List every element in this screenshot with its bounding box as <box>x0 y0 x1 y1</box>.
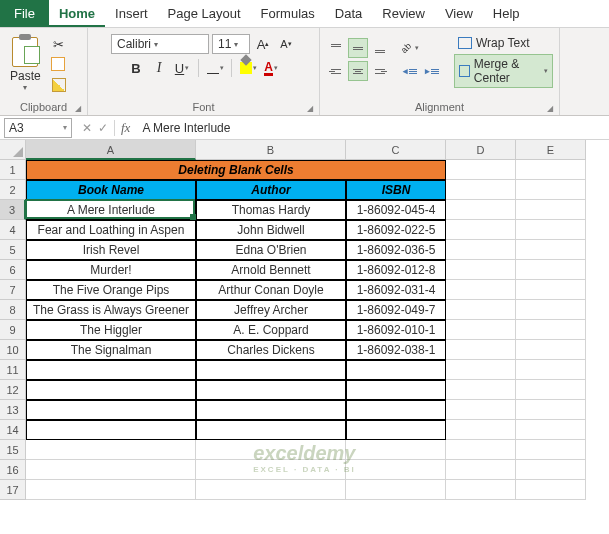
copy-button[interactable] <box>49 56 69 74</box>
row-header[interactable]: 8 <box>0 300 26 320</box>
cell[interactable] <box>196 440 346 460</box>
cell[interactable] <box>446 440 516 460</box>
cell[interactable] <box>446 340 516 360</box>
row-header[interactable]: 5 <box>0 240 26 260</box>
align-left-button[interactable] <box>326 61 346 81</box>
tab-insert[interactable]: Insert <box>105 0 158 27</box>
cell[interactable] <box>446 300 516 320</box>
cell[interactable] <box>346 440 446 460</box>
cell[interactable]: 1-86092-012-8 <box>346 260 446 280</box>
file-tab[interactable]: File <box>0 0 49 27</box>
cell[interactable] <box>516 340 586 360</box>
cell[interactable] <box>516 460 586 480</box>
align-bottom-button[interactable] <box>370 38 390 58</box>
cell[interactable] <box>196 400 346 420</box>
cell[interactable] <box>516 280 586 300</box>
row-header[interactable]: 14 <box>0 420 26 440</box>
cell[interactable] <box>446 180 516 200</box>
cell[interactable] <box>196 380 346 400</box>
cell[interactable] <box>516 180 586 200</box>
cell[interactable] <box>446 480 516 500</box>
cell[interactable] <box>346 360 446 380</box>
font-launcher[interactable]: ◢ <box>307 104 313 113</box>
border-button[interactable]: ▾ <box>205 58 225 78</box>
cell[interactable]: 1-86092-045-4 <box>346 200 446 220</box>
wrap-text-button[interactable]: Wrap Text <box>454 34 553 52</box>
orientation-button[interactable]: ▾ <box>400 38 420 58</box>
italic-button[interactable]: I <box>149 58 169 78</box>
cell[interactable] <box>446 260 516 280</box>
cell[interactable] <box>196 460 346 480</box>
fill-color-button[interactable]: ▾ <box>238 58 258 78</box>
cell[interactable]: A Mere Interlude <box>26 200 196 220</box>
tab-data[interactable]: Data <box>325 0 372 27</box>
cell[interactable] <box>26 460 196 480</box>
cell[interactable] <box>446 220 516 240</box>
header-cell[interactable]: Author <box>196 180 346 200</box>
cell[interactable] <box>446 400 516 420</box>
cell[interactable] <box>26 440 196 460</box>
merge-center-button[interactable]: Merge & Center▾ <box>454 54 553 88</box>
paste-button[interactable]: Paste ▾ <box>6 35 45 94</box>
cell[interactable]: 1-86092-031-4 <box>346 280 446 300</box>
bold-button[interactable]: B <box>126 58 146 78</box>
font-size-combo[interactable]: 11▾ <box>212 34 250 54</box>
cell[interactable]: 1-86092-049-7 <box>346 300 446 320</box>
row-header[interactable]: 12 <box>0 380 26 400</box>
insert-function-button[interactable]: fx <box>114 120 136 136</box>
cell[interactable] <box>516 480 586 500</box>
cell[interactable] <box>516 440 586 460</box>
cell[interactable] <box>446 360 516 380</box>
cell[interactable]: Jeffrey Archer <box>196 300 346 320</box>
cell[interactable]: John Bidwell <box>196 220 346 240</box>
font-name-combo[interactable]: Calibri▾ <box>111 34 209 54</box>
cell[interactable]: 1-86092-022-5 <box>346 220 446 240</box>
cell[interactable]: Arnold Bennett <box>196 260 346 280</box>
cell[interactable] <box>346 380 446 400</box>
grow-font-button[interactable]: A▴ <box>253 34 273 54</box>
cell[interactable]: Murder! <box>26 260 196 280</box>
header-cell[interactable]: ISBN <box>346 180 446 200</box>
col-header[interactable]: D <box>446 140 516 160</box>
header-cell[interactable]: Book Name <box>26 180 196 200</box>
cell[interactable]: A. E. Coppard <box>196 320 346 340</box>
row-header[interactable]: 11 <box>0 360 26 380</box>
col-header[interactable]: B <box>196 140 346 160</box>
cell[interactable] <box>346 420 446 440</box>
row-header[interactable]: 13 <box>0 400 26 420</box>
cell[interactable] <box>516 300 586 320</box>
cell[interactable] <box>196 360 346 380</box>
cell[interactable] <box>516 160 586 180</box>
cell[interactable]: 1-86092-036-5 <box>346 240 446 260</box>
decrease-indent-button[interactable]: ◂ <box>400 61 420 81</box>
row-header[interactable]: 9 <box>0 320 26 340</box>
cell[interactable] <box>516 420 586 440</box>
select-all-corner[interactable] <box>0 140 26 160</box>
tab-view[interactable]: View <box>435 0 483 27</box>
row-header[interactable]: 6 <box>0 260 26 280</box>
cell[interactable] <box>516 200 586 220</box>
cell[interactable]: Thomas Hardy <box>196 200 346 220</box>
col-header[interactable]: C <box>346 140 446 160</box>
title-cell[interactable]: Deleting Blank Cells <box>26 160 446 180</box>
cell[interactable] <box>26 400 196 420</box>
cell[interactable]: The Signalman <box>26 340 196 360</box>
cell[interactable] <box>446 240 516 260</box>
row-header[interactable]: 2 <box>0 180 26 200</box>
align-top-button[interactable] <box>326 38 346 58</box>
row-header[interactable]: 16 <box>0 460 26 480</box>
cell[interactable] <box>26 480 196 500</box>
cell[interactable] <box>516 260 586 280</box>
row-header[interactable]: 10 <box>0 340 26 360</box>
cell[interactable] <box>346 400 446 420</box>
tab-page-layout[interactable]: Page Layout <box>158 0 251 27</box>
row-header[interactable]: 7 <box>0 280 26 300</box>
format-painter-button[interactable] <box>49 76 69 94</box>
increase-indent-button[interactable]: ▸ <box>422 61 442 81</box>
clipboard-launcher[interactable]: ◢ <box>75 104 81 113</box>
name-box[interactable]: A3▾ <box>4 118 72 138</box>
cut-button[interactable]: ✂ <box>49 36 69 54</box>
cell[interactable] <box>516 360 586 380</box>
cell[interactable] <box>446 320 516 340</box>
cell[interactable] <box>346 460 446 480</box>
